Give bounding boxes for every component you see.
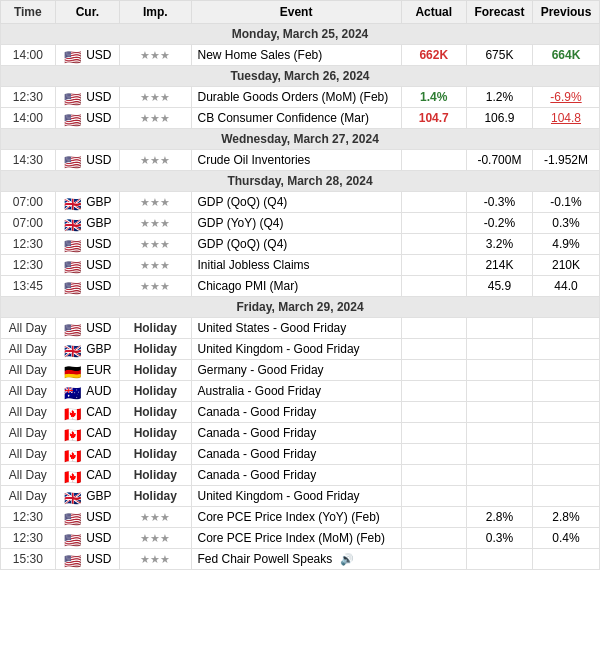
- event-currency: 🇺🇸USD: [55, 234, 119, 255]
- event-text: Canada - Good Friday: [198, 447, 317, 461]
- event-time: 14:00: [1, 108, 56, 129]
- star-icon: ★: [150, 196, 160, 208]
- table-row: All Day🇨🇦CADHolidayCanada - Good Friday: [1, 444, 600, 465]
- header-previous: Previous: [533, 1, 600, 24]
- currency-label: USD: [86, 321, 111, 335]
- event-actual: [401, 150, 466, 171]
- event-time: All Day: [1, 402, 56, 423]
- header-importance: Imp.: [120, 1, 191, 24]
- star-icon: ★: [140, 532, 150, 544]
- flag-icon: 🇨🇦: [63, 406, 81, 418]
- table-row: All Day🇬🇧GBPHolidayUnited Kingdom - Good…: [1, 486, 600, 507]
- event-importance: Holiday: [120, 339, 191, 360]
- flag-icon: 🇺🇸: [63, 154, 81, 166]
- event-currency: 🇬🇧GBP: [55, 192, 119, 213]
- event-actual: [401, 465, 466, 486]
- star-icon: ★: [140, 217, 150, 229]
- flag-icon: 🇬🇧: [63, 490, 81, 502]
- event-previous: [533, 465, 600, 486]
- forecast-value: 45.9: [488, 279, 511, 293]
- previous-value: 0.3%: [552, 216, 579, 230]
- event-importance: ★★★: [120, 87, 191, 108]
- day-header-row: Monday, March 25, 2024: [1, 24, 600, 45]
- event-actual: [401, 402, 466, 423]
- previous-value: -0.1%: [550, 195, 581, 209]
- event-name: New Home Sales (Feb): [191, 45, 401, 66]
- event-actual: [401, 318, 466, 339]
- table-row: 07:00🇬🇧GBP★★★GDP (QoQ) (Q4)-0.3%-0.1%: [1, 192, 600, 213]
- event-actual: [401, 444, 466, 465]
- event-time: 07:00: [1, 192, 56, 213]
- forecast-value: -0.3%: [484, 195, 515, 209]
- forecast-value: 3.2%: [486, 237, 513, 251]
- star-icon: ★: [140, 238, 150, 250]
- table-row: 12:30🇺🇸USD★★★Initial Jobless Claims214K2…: [1, 255, 600, 276]
- currency-label: GBP: [86, 216, 111, 230]
- event-text: United States - Good Friday: [198, 321, 347, 335]
- event-forecast: [466, 318, 532, 339]
- event-actual: 104.7: [401, 108, 466, 129]
- event-previous: [533, 549, 600, 570]
- previous-value: 0.4%: [552, 531, 579, 545]
- event-name: Initial Jobless Claims: [191, 255, 401, 276]
- event-previous: [533, 402, 600, 423]
- event-name: Canada - Good Friday: [191, 465, 401, 486]
- flag-icon: 🇺🇸: [63, 280, 81, 292]
- table-row: All Day🇨🇦CADHolidayCanada - Good Friday: [1, 465, 600, 486]
- holiday-label: Holiday: [134, 342, 177, 356]
- event-importance: ★★★: [120, 255, 191, 276]
- event-text: Canada - Good Friday: [198, 426, 317, 440]
- table-row: All Day🇩🇪EURHolidayGermany - Good Friday: [1, 360, 600, 381]
- actual-value: 104.7: [419, 111, 449, 125]
- flag-icon: 🇬🇧: [63, 196, 81, 208]
- holiday-label: Holiday: [134, 447, 177, 461]
- star-icon: ★: [140, 259, 150, 271]
- event-actual: [401, 423, 466, 444]
- event-currency: 🇺🇸USD: [55, 276, 119, 297]
- forecast-value: -0.700M: [477, 153, 521, 167]
- event-text: Core PCE Price Index (MoM) (Feb): [198, 531, 385, 545]
- event-importance: Holiday: [120, 486, 191, 507]
- event-actual: [401, 528, 466, 549]
- table-row: 12:30🇺🇸USD★★★Core PCE Price Index (YoY) …: [1, 507, 600, 528]
- currency-label: EUR: [86, 363, 111, 377]
- table-row: 12:30🇺🇸USD★★★GDP (QoQ) (Q4)3.2%4.9%: [1, 234, 600, 255]
- event-text: United Kingdom - Good Friday: [198, 489, 360, 503]
- event-actual: [401, 549, 466, 570]
- event-text: Canada - Good Friday: [198, 468, 317, 482]
- table-row: 07:00🇬🇧GBP★★★GDP (YoY) (Q4)-0.2%0.3%: [1, 213, 600, 234]
- event-currency: 🇺🇸USD: [55, 87, 119, 108]
- event-text: Australia - Good Friday: [198, 384, 321, 398]
- event-time: 12:30: [1, 528, 56, 549]
- holiday-label: Holiday: [134, 321, 177, 335]
- day-header-row: Tuesday, March 26, 2024: [1, 66, 600, 87]
- event-importance: ★★★: [120, 276, 191, 297]
- event-actual: [401, 255, 466, 276]
- event-importance: Holiday: [120, 381, 191, 402]
- event-forecast: [466, 360, 532, 381]
- previous-value: 44.0: [554, 279, 577, 293]
- event-currency: 🇺🇸USD: [55, 255, 119, 276]
- star-icon: ★: [160, 154, 170, 166]
- currency-label: USD: [86, 552, 111, 566]
- star-icon: ★: [140, 49, 150, 61]
- event-currency: 🇬🇧GBP: [55, 339, 119, 360]
- previous-value: 4.9%: [552, 237, 579, 251]
- star-icon: ★: [150, 112, 160, 124]
- event-text: CB Consumer Confidence (Mar): [198, 111, 369, 125]
- event-name: United Kingdom - Good Friday: [191, 486, 401, 507]
- previous-value: -6.9%: [550, 90, 581, 104]
- event-text: GDP (QoQ) (Q4): [198, 237, 288, 251]
- header-event: Event: [191, 1, 401, 24]
- event-text: Fed Chair Powell Speaks: [198, 552, 333, 566]
- previous-value: 2.8%: [552, 510, 579, 524]
- event-time: All Day: [1, 444, 56, 465]
- star-icon: ★: [140, 91, 150, 103]
- flag-icon: 🇺🇸: [63, 91, 81, 103]
- table-row: 13:45🇺🇸USD★★★Chicago PMI (Mar)45.944.0: [1, 276, 600, 297]
- currency-label: USD: [86, 279, 111, 293]
- event-previous: 2.8%: [533, 507, 600, 528]
- event-importance: Holiday: [120, 444, 191, 465]
- star-icon: ★: [140, 280, 150, 292]
- star-icon: ★: [160, 280, 170, 292]
